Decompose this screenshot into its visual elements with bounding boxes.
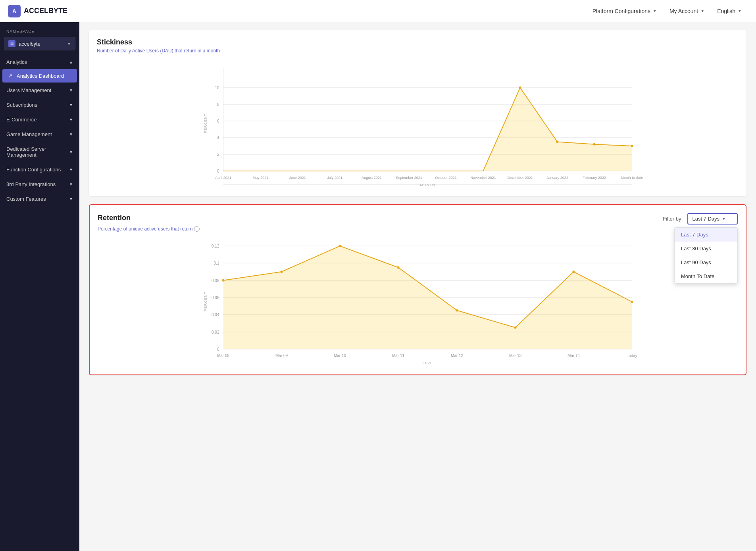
sidebar-section-header-users[interactable]: Users Management ▼ (0, 83, 79, 97)
svg-text:Mar 11: Mar 11 (392, 353, 405, 358)
dedicated-server-chevron-icon: ▼ (69, 150, 73, 154)
game-chevron-icon: ▼ (69, 132, 73, 136)
namespace-select[interactable]: ▤ accelbyte ▼ (4, 37, 75, 50)
platform-configs-chevron-icon: ▼ (653, 9, 657, 13)
my-account-chevron-icon: ▼ (700, 9, 704, 13)
logo-icon: A (8, 5, 21, 17)
sidebar-section-header-function-configs[interactable]: Function Configurations ▼ (0, 163, 79, 177)
svg-text:September 2021: September 2021 (396, 176, 422, 180)
retention-card: Retention Filter by Last 7 Days ▼ Last 7… (89, 204, 746, 375)
sidebar-section-header-game[interactable]: Game Management ▼ (0, 127, 79, 141)
svg-text:2: 2 (217, 152, 219, 157)
stickiness-chart-container: PERCENT 0 2 4 6 8 (97, 60, 739, 188)
retention-subtitle-row: Percentage of unique active users that r… (98, 226, 738, 232)
retention-title: Retention (98, 214, 131, 222)
sidebar: NAMESPACE ▤ accelbyte ▼ Analytics ▲ ↗ An… (0, 22, 79, 551)
svg-text:Today: Today (627, 353, 637, 358)
svg-text:0.1: 0.1 (214, 261, 219, 265)
svg-text:April 2021: April 2021 (215, 176, 231, 180)
retention-title-group: Retention (98, 214, 131, 224)
filter-option-month[interactable]: Month To Date (675, 269, 737, 283)
my-account-nav[interactable]: My Account ▼ (663, 5, 711, 17)
filter-option-7days[interactable]: Last 7 Days (675, 228, 737, 242)
svg-text:February 2022: February 2022 (583, 176, 606, 180)
svg-text:MONTH: MONTH (420, 183, 435, 187)
svg-text:0.12: 0.12 (212, 244, 219, 248)
svg-text:Mar 08: Mar 08 (217, 353, 230, 358)
retention-header-row: Retention Filter by Last 7 Days ▼ Last 7… (98, 213, 738, 225)
sidebar-item-analytics-dashboard[interactable]: ↗ Analytics Dashboard (2, 69, 77, 83)
svg-text:May 2021: May 2021 (253, 176, 269, 180)
main-content: Stickiness Number of Daily Active Users … (79, 22, 756, 551)
custom-features-label: Custom Features (6, 196, 46, 202)
sidebar-section-header-ecommerce[interactable]: E-Commerce ▼ (0, 113, 79, 127)
sidebar-section-game: Game Management ▼ (0, 127, 79, 141)
stickiness-title: Stickiness (97, 38, 739, 46)
svg-text:Mar 14: Mar 14 (567, 353, 580, 358)
svg-text:Mar 12: Mar 12 (451, 353, 464, 358)
selected-filter-label: Last 7 Days (692, 216, 719, 222)
svg-point-27 (519, 86, 521, 89)
sidebar-section-header-3rd-party[interactable]: 3rd Party Integrations ▼ (0, 177, 79, 191)
svg-text:Month-to-date: Month-to-date (621, 176, 643, 180)
header: A ACCELBYTE Platform Configurations ▼ My… (0, 0, 756, 22)
filter-option-90days[interactable]: Last 90 Days (675, 255, 737, 269)
sidebar-section-header-subscriptions[interactable]: Subscriptions ▼ (0, 98, 79, 112)
info-icon[interactable]: i (194, 226, 200, 232)
analytics-section-label: Analytics (6, 59, 27, 65)
language-chevron-icon: ▼ (738, 9, 742, 13)
retention-chart-container: PERCENT 0 0.02 0.04 0.06 0.08 (98, 238, 738, 367)
svg-text:0.06: 0.06 (212, 296, 219, 300)
svg-point-57 (222, 279, 225, 282)
namespace-chevron-icon: ▼ (67, 42, 71, 46)
game-label: Game Management (6, 131, 52, 137)
svg-point-28 (556, 141, 559, 143)
namespace-icon: ▤ (8, 40, 15, 47)
svg-text:0.02: 0.02 (212, 330, 219, 334)
sidebar-section-3rd-party: 3rd Party Integrations ▼ (0, 177, 79, 191)
svg-text:July 2021: July 2021 (327, 176, 342, 180)
retention-filter-group: Filter by Last 7 Days ▼ Last 7 Days Last… (663, 213, 738, 225)
svg-text:PERCENT: PERCENT (204, 292, 208, 311)
svg-marker-56 (223, 246, 632, 349)
stickiness-subtitle: Number of Daily Active Users (DAU) that … (97, 48, 739, 54)
svg-text:Mar 10: Mar 10 (334, 353, 346, 358)
function-configs-label: Function Configurations (6, 167, 61, 173)
filter-wrapper: Last 7 Days ▼ Last 7 Days Last 30 Days L… (687, 213, 738, 225)
svg-text:8: 8 (217, 102, 219, 107)
analytics-dashboard-icon: ↗ (8, 73, 13, 79)
custom-features-chevron-icon: ▼ (69, 197, 73, 201)
svg-text:Mar 09: Mar 09 (275, 353, 288, 358)
svg-point-64 (631, 301, 633, 303)
dedicated-server-label: Dedicated Server Management (6, 146, 69, 158)
filter-dropdown: Last 7 Days Last 30 Days Last 90 Days Mo… (674, 227, 738, 284)
svg-text:DAY: DAY (423, 361, 432, 365)
retention-svg: PERCENT 0 0.02 0.04 0.06 0.08 (98, 238, 738, 365)
platform-configs-nav[interactable]: Platform Configurations ▼ (586, 5, 663, 17)
sidebar-section-header-analytics[interactable]: Analytics ▲ (0, 55, 79, 69)
sidebar-section-analytics: Analytics ▲ ↗ Analytics Dashboard (0, 55, 79, 83)
filter-select-button[interactable]: Last 7 Days ▼ (687, 213, 738, 225)
stickiness-card: Stickiness Number of Daily Active Users … (89, 30, 746, 196)
retention-subtitle: Percentage of unique active users that r… (98, 226, 192, 232)
svg-text:November 2021: November 2021 (470, 176, 496, 180)
namespace-value: accelbyte (19, 41, 40, 47)
sidebar-section-users: Users Management ▼ (0, 83, 79, 97)
sidebar-section-header-dedicated-server[interactable]: Dedicated Server Management ▼ (0, 142, 79, 162)
sidebar-section-custom-features: Custom Features ▼ (0, 192, 79, 206)
svg-text:PERCENT: PERCENT (204, 113, 208, 133)
subscriptions-chevron-icon: ▼ (69, 103, 73, 107)
svg-text:0.04: 0.04 (212, 313, 219, 317)
header-nav: Platform Configurations ▼ My Account ▼ E… (586, 5, 748, 17)
svg-text:October 2021: October 2021 (435, 176, 457, 180)
svg-point-29 (593, 143, 596, 146)
language-nav[interactable]: English ▼ (711, 5, 748, 17)
svg-point-61 (456, 309, 458, 312)
sidebar-section-header-custom-features[interactable]: Custom Features ▼ (0, 192, 79, 206)
svg-point-30 (631, 145, 633, 147)
svg-text:December 2021: December 2021 (507, 176, 533, 180)
logo-text: ACCELBYTE (24, 7, 67, 15)
filter-option-30days[interactable]: Last 30 Days (675, 242, 737, 255)
filter-chevron-icon: ▼ (722, 217, 726, 221)
stickiness-svg: PERCENT 0 2 4 6 8 (97, 60, 739, 187)
